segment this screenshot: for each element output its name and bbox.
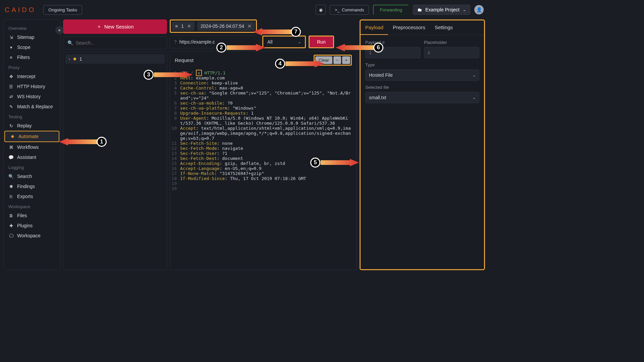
- search-box[interactable]: 🔍: [63, 37, 167, 49]
- clear-button[interactable]: Clear: [315, 56, 332, 64]
- type-value: Hosted File: [369, 72, 393, 78]
- sidebar-item-automate[interactable]: ✹Automate: [4, 131, 59, 142]
- monitor-icon: 🖵: [8, 233, 14, 238]
- sidebar-section-overview: Overview: [4, 23, 60, 32]
- search-input[interactable]: [76, 40, 163, 46]
- sidebar-label: Match & Replace: [17, 104, 53, 109]
- chevron-left-icon: «: [58, 28, 61, 33]
- sidebar-section-proxy: Proxy: [4, 62, 60, 71]
- request-area: Request Clear − + 1GET / x HTTP/1.12Host…: [170, 51, 357, 270]
- chat-icon: 💬: [8, 155, 14, 160]
- commands-button[interactable]: >_ Commands: [330, 5, 369, 15]
- close-icon[interactable]: ✕: [187, 23, 191, 29]
- sidebar-label: Exports: [17, 194, 33, 199]
- request-editor[interactable]: 1GET / x HTTP/1.12Host: example.com3Conn…: [170, 69, 357, 270]
- sidebar-label: Plugins: [17, 223, 33, 228]
- sidebar-section-logging: Logging: [4, 162, 60, 171]
- sidebar-item-intercept[interactable]: ✥Intercept: [4, 71, 60, 81]
- sidebar-item-sitemap[interactable]: ⇲Sitemap: [4, 32, 60, 42]
- sidebar-label: Findings: [17, 184, 35, 189]
- wrench-icon: ✎: [8, 104, 14, 109]
- forwarding-button[interactable]: Forwarding: [373, 5, 409, 15]
- tab-payload[interactable]: Payload: [361, 20, 388, 35]
- file-select[interactable]: small.txt ⌄: [365, 92, 479, 103]
- sidebar-label: Scope: [17, 45, 31, 50]
- user-avatar[interactable]: 👤: [474, 5, 484, 14]
- tab-settings[interactable]: Settings: [430, 20, 458, 35]
- sidebar-item-replay[interactable]: ↻Replay: [4, 121, 60, 131]
- sliders-icon: ≡: [8, 55, 14, 60]
- chevron-down-icon: ⌄: [473, 96, 476, 100]
- right-panel-tabs: Payload Preprocessors Settings: [361, 20, 484, 35]
- sessions-column: ＋ New Session 🔍 › 1: [63, 19, 167, 270]
- add-marker-button[interactable]: +: [342, 56, 350, 64]
- sidebar-item-scope[interactable]: ▾Scope: [4, 42, 60, 52]
- list-icon: ☰: [8, 84, 14, 89]
- filter-count: 1: [181, 23, 184, 29]
- session-row[interactable]: › 1: [65, 54, 165, 64]
- chevron-down-icon: ⌄: [473, 73, 476, 77]
- type-select[interactable]: Hosted File ⌄: [365, 69, 479, 81]
- sidebar-label: Sitemap: [17, 35, 34, 40]
- search-icon: 🔍: [8, 174, 14, 179]
- url-value: https://example.c: [179, 39, 215, 45]
- timestamp-tab[interactable]: 2024-05-26 04:07:54 ✕: [197, 21, 255, 31]
- center-column: ≡ 1 ✕ 2024-05-26 04:07:54 ✕ ? https://ex…: [170, 19, 357, 270]
- shield-icon: ◉: [319, 7, 323, 12]
- sidebar-item-ws-history[interactable]: ⇄WS History: [4, 92, 60, 102]
- commands-label: Commands: [342, 7, 364, 12]
- project-selector[interactable]: 🖿 Example Project ⌄: [413, 5, 470, 15]
- sidebar-item-files[interactable]: 🗎Files: [4, 210, 60, 221]
- session-list: › 1: [63, 52, 167, 270]
- type-label: Type: [365, 62, 479, 67]
- project-name: Example Project: [425, 7, 460, 12]
- exchange-icon: ⇄: [8, 94, 14, 99]
- placeholder-label: Placeholder: [424, 40, 479, 45]
- sidebar-item-search[interactable]: 🔍Search: [4, 171, 60, 181]
- payload-num-input[interactable]: 1: [365, 47, 421, 58]
- chip-icon: ✹: [10, 134, 15, 139]
- sidebar-label: Search: [17, 174, 32, 179]
- request-header: Request Clear − +: [170, 51, 357, 69]
- filter-chip[interactable]: ≡ 1 ✕: [172, 21, 195, 31]
- marker-controls: Clear − +: [314, 55, 352, 66]
- sidebar-item-assistant[interactable]: 💬Assistant: [4, 152, 60, 162]
- new-session-button[interactable]: ＋ New Session: [63, 19, 167, 34]
- chevron-down-icon: ⌄: [463, 8, 466, 12]
- sidebar-section-workspace: Workspace: [4, 201, 60, 210]
- file-icon: 🗎: [8, 213, 14, 218]
- url-input[interactable]: ? https://example.c: [170, 36, 260, 48]
- ongoing-tasks-button[interactable]: Ongoing Tasks: [43, 5, 82, 15]
- sidebar-item-exports[interactable]: ⎘Exports: [4, 191, 60, 201]
- sidebar-item-findings[interactable]: ✱Findings: [4, 181, 60, 191]
- file-label: Selected file: [365, 85, 479, 90]
- tab-preprocessors[interactable]: Preprocessors: [388, 20, 430, 35]
- sidebar-label: Intercept: [17, 74, 35, 79]
- sidebar-label: Replay: [17, 123, 32, 128]
- sidebar-label: Workflows: [17, 144, 39, 150]
- sidebar-item-match-replace[interactable]: ✎Match & Replace: [4, 102, 60, 112]
- placeholder-input[interactable]: x: [424, 47, 479, 58]
- sidebar-collapse-toggle[interactable]: «: [55, 26, 63, 34]
- remove-marker-button[interactable]: −: [333, 56, 341, 64]
- close-icon[interactable]: ✕: [248, 23, 252, 29]
- sidebar-item-filters[interactable]: ≡Filters: [4, 52, 60, 62]
- new-session-label: New Session: [104, 24, 134, 29]
- sidebar-item-plugins[interactable]: ✚Plugins: [4, 221, 60, 231]
- sidebar-item-workspace[interactable]: 🖵Workspace: [4, 231, 60, 241]
- sidebar-item-workflows[interactable]: ⌘Workflows: [4, 142, 60, 152]
- sidebar-label: Assistant: [17, 155, 36, 160]
- help-icon: ?: [174, 39, 177, 45]
- run-button[interactable]: Run: [309, 36, 334, 48]
- search-icon: 🔍: [67, 40, 73, 46]
- shield-icon-button[interactable]: ◉: [316, 5, 326, 15]
- sitemap-icon: ⇲: [8, 35, 14, 40]
- sidebar-label: Automate: [18, 134, 39, 139]
- sidebar-item-http-history[interactable]: ☰HTTP History: [4, 81, 60, 92]
- logo: CAIDO: [5, 6, 36, 14]
- plus-icon: ＋: [97, 23, 102, 30]
- file-value: small.txt: [369, 95, 386, 100]
- strategy-select[interactable]: All ⌄: [262, 36, 306, 48]
- tab-label: 2024-05-26 04:07:54: [201, 23, 244, 29]
- bug-icon: ✱: [8, 184, 14, 189]
